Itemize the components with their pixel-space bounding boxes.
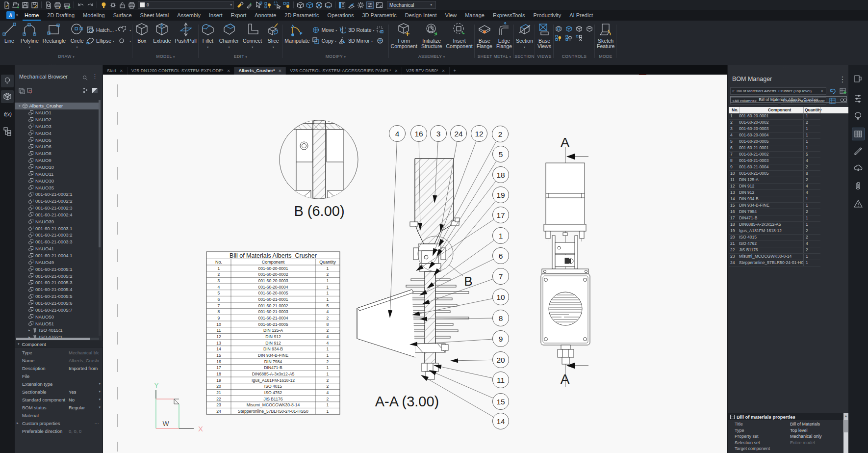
tree-item-nauo35[interactable]: NAUO35 [15, 184, 101, 191]
browser-search-icon[interactable] [82, 75, 88, 80]
new-file-icon[interactable] [3, 1, 10, 9]
prop-row-name[interactable]: NameAlberts_Crusher [15, 356, 103, 364]
bom-row[interactable]: 18DIN6885-A-3x3x12-A51 [729, 222, 820, 228]
open-file-icon[interactable] [12, 1, 20, 9]
select-bulb2-icon[interactable] [283, 1, 290, 9]
tree-item-nauo51[interactable]: NAUO51 [15, 320, 101, 327]
bom-row[interactable]: 24Stepperonline_57BLR50-24-01-HG501 [729, 260, 820, 266]
new-tab-button[interactable]: + [450, 68, 460, 73]
panel-drag-handle[interactable]: ···· [49, 62, 56, 66]
browser-sort-icons[interactable] [82, 87, 99, 94]
close-tab-icon[interactable]: ✕ [279, 69, 282, 73]
ribbon-button-initialize-structure[interactable]: InitializeStructure [419, 21, 444, 53]
attachment-icon[interactable] [852, 180, 865, 192]
ribbon-button-push-pull[interactable]: Push/Pull [173, 21, 198, 48]
component-section-title[interactable]: Component [22, 342, 46, 347]
bom-refresh-icon[interactable] [829, 87, 837, 95]
view-cube1-icon[interactable] [297, 1, 304, 9]
drawing-canvas[interactable]: 4163241225181917167108920111514 Bill of … [103, 75, 727, 453]
bom-row[interactable]: 2001-60-20-00022 [729, 120, 820, 126]
ribbon-button-section[interactable]: Section▾ [514, 21, 535, 48]
close-tab-icon[interactable]: ✕ [120, 69, 123, 73]
bom-row[interactable]: 14DIN 934-B1 [729, 196, 820, 203]
close-tab-icon[interactable]: ✕ [395, 69, 398, 73]
view-cube3-icon[interactable] [315, 1, 323, 9]
lock-icon[interactable] [119, 1, 126, 9]
tree-item-nauo30[interactable]: NAUO30 [15, 177, 101, 184]
select-bulb-icon[interactable] [264, 1, 272, 9]
fullscreen-icon[interactable] [376, 1, 383, 9]
workspace-combo[interactable]: Mechanical▾ [387, 1, 436, 9]
tree-item-nauo1[interactable]: NAUO1 [15, 109, 101, 116]
bom-props-scrollbar[interactable]: ▲ [843, 413, 848, 453]
ribbon-button-insert-component[interactable]: InsertComponent [444, 21, 474, 53]
print-icon[interactable] [128, 1, 135, 9]
ribbon-button-hatch-[interactable]: Hatch...▾ [86, 25, 118, 35]
bom-row[interactable]: 13DIN 9124 [729, 190, 820, 196]
layer-combo[interactable]: 0▾ [138, 1, 234, 9]
fx-icon[interactable]: f(x) [1, 108, 14, 121]
doc-tab-v25-bfv-dn50-[interactable]: V25-BFV-DN50*✕ [402, 67, 449, 75]
bom-row[interactable]: 12DIN 9124 [729, 184, 820, 190]
bom-source-combo[interactable]: 2. Bill of Materials Alberts_Crusher (To… [730, 87, 826, 95]
ribbon-tab-home[interactable]: Home [25, 10, 39, 21]
ribbon-button-fillet[interactable]: Fillet▾ [199, 21, 217, 48]
select-box-icon[interactable] [274, 1, 281, 9]
doc-tab-alberts-crusher-[interactable]: Alberts_Crusher*✕ [234, 67, 286, 75]
ribbon-button-tool[interactable]: ▾ [118, 25, 132, 35]
tree-item-nauo6[interactable]: NAUO6 [15, 143, 101, 150]
tree-item-001-60-21-0005-4[interactable]: 001-60-21-0005:4 [15, 286, 101, 293]
bom-row[interactable]: 15DIN 934-B-FINE1 [729, 203, 820, 209]
layers-icon[interactable] [348, 1, 355, 9]
ribbon-button-tool[interactable] [376, 25, 389, 35]
hierarchy-icon[interactable] [1, 125, 14, 137]
tree-item-001-60-21-0002-2[interactable]: 001-60-21-0002:2 [15, 198, 101, 205]
ribbon-button-box[interactable]: Box [132, 21, 151, 48]
publish-icon[interactable] [63, 1, 71, 9]
list-panel-icon[interactable] [338, 1, 346, 9]
tree-item-001-60-21-0003-1[interactable]: 001-60-21-0003:1 [15, 225, 101, 232]
ribbon-tab-expresstools[interactable]: ExpressTools [493, 10, 525, 21]
tree-item-nauo3[interactable]: NAUO3 [15, 123, 101, 130]
tree-item-nauo41[interactable]: NAUO41 [15, 245, 101, 252]
ribbon-tab-surface[interactable]: Surface [113, 10, 132, 21]
tree-item-001-60-21-0005-2[interactable]: 001-60-21-0005:2 [15, 272, 101, 279]
tree-item-nauo39[interactable]: NAUO39 [15, 218, 101, 225]
sliders-icon-active[interactable] [366, 1, 374, 9]
bom-row[interactable]: 11DIN 125-A2 [729, 177, 820, 184]
ribbon-tab-annotate[interactable]: Annotate [255, 10, 276, 21]
ribbon-tab-manage[interactable]: Manage [465, 10, 485, 21]
select-add-icon[interactable] [255, 1, 262, 9]
cub3-icon[interactable] [576, 26, 583, 33]
prop-row-custom-properties[interactable]: ▸Custom properties⋯ [15, 419, 103, 427]
bom-row[interactable]: 10001-60-21-00058 [729, 171, 820, 177]
cub1-icon[interactable] [555, 26, 562, 33]
tree-hscrollbar[interactable] [16, 338, 99, 340]
bom-menu-icon[interactable]: ⋮ [839, 75, 846, 84]
tree-item-001-60-21-0002-1[interactable]: 001-60-21-0002:1 [15, 191, 101, 198]
bom-row[interactable]: 20ISO 40152 [729, 235, 820, 241]
bom-row[interactable]: 17DIN471-B1 [729, 215, 820, 222]
ribbon-button-manipulate[interactable]: Manipulate [282, 21, 311, 48]
tree-item-nauo4[interactable]: NAUO4 [15, 130, 101, 136]
doc-tab-start[interactable]: Start✕ [103, 67, 128, 75]
cub4-icon[interactable] [586, 26, 593, 33]
ribbon-tab-productivity[interactable]: Productivity [533, 10, 561, 21]
ribbon-tab-operations[interactable]: Operations [328, 10, 354, 21]
save-as-icon[interactable] [31, 1, 38, 9]
ribbon-button-extrude[interactable]: Extrude [151, 21, 173, 48]
tree-item-001-60-21-0002-4[interactable]: 001-60-21-0002:4 [15, 212, 101, 218]
bom-row[interactable]: 4001-60-20-00041 [729, 133, 820, 139]
ribbon-button-line[interactable]: Line [0, 21, 19, 48]
bom-table-icon[interactable] [852, 128, 865, 140]
tree-item-001-60-21-0003-3[interactable]: 001-60-21-0003:3 [15, 239, 101, 245]
close-tab-icon[interactable]: ✕ [227, 69, 230, 73]
tree-scrollbar[interactable] [99, 100, 101, 336]
ribbon-tab-design-intent[interactable]: Design Intent [405, 10, 437, 21]
annotate-icon[interactable] [852, 144, 865, 157]
lamp-icon[interactable] [100, 1, 107, 9]
prop-row-file[interactable]: File [15, 372, 103, 380]
bom-props-title[interactable]: Bill of materials properties [737, 414, 795, 420]
prop-row-extension-type[interactable]: Extension type▾ [15, 380, 103, 388]
model-cube-icon[interactable] [1, 90, 14, 103]
